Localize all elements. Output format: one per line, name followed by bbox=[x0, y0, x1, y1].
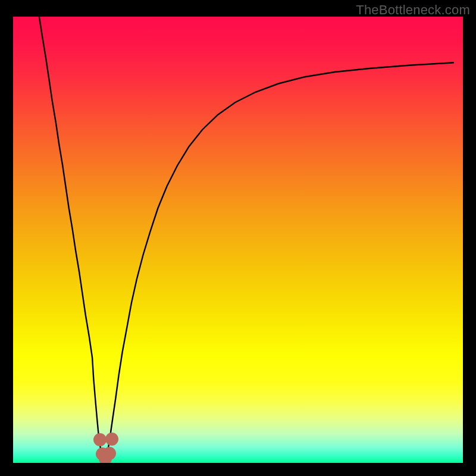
chart-frame: TheBottleneck.com bbox=[0, 0, 476, 476]
curve-marker bbox=[93, 433, 107, 446]
bottleneck-curve bbox=[13, 17, 463, 463]
plot-area bbox=[13, 17, 463, 463]
curve-marker bbox=[103, 447, 116, 460]
watermark-text: TheBottleneck.com bbox=[356, 2, 470, 18]
